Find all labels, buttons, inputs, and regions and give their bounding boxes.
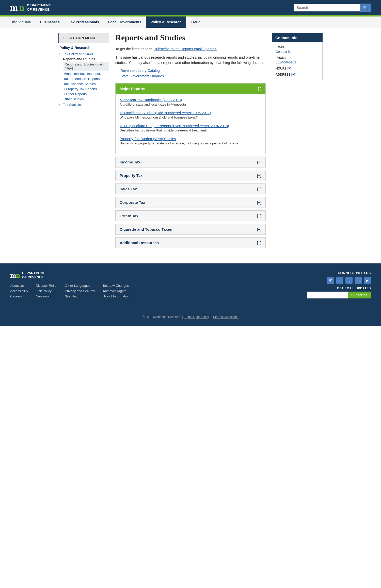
social-youtube-icon[interactable]: ▶	[364, 277, 371, 284]
sales-tax-toggle[interactable]: [+]	[257, 187, 262, 191]
hours-toggle[interactable]: [+]	[288, 67, 291, 70]
sidebar-sub-link-main-page[interactable]: Reports and Studies (main page)	[64, 62, 109, 71]
contact-form-link[interactable]: Contact form	[276, 50, 294, 54]
footer-link-use-info[interactable]: Use of Information	[103, 294, 130, 298]
sidebar-sub-link-other-studies[interactable]: Other Studies	[64, 97, 84, 101]
state-mn-link[interactable]: State of Minnesota	[213, 315, 239, 319]
sales-tax-label: Sales Tax	[120, 187, 137, 191]
report-link-handbooks[interactable]: Minnesota Tax Handbooks (2000-2018)	[120, 98, 182, 102]
sidebar-sub-item-other-studies[interactable]: Other Studies	[64, 96, 109, 102]
footer-link-site-help[interactable]: Site Help	[65, 294, 95, 298]
sidebar-sub-item-property-tax[interactable]: Property Tax Reports	[64, 86, 109, 91]
footer-col1: About Us Accessibility Careers	[10, 284, 28, 300]
footer-link-careers[interactable]: Careers	[10, 294, 28, 298]
footer-link-other-languages[interactable]: Other Languages	[65, 284, 95, 288]
major-reports-toggle[interactable]: [-]	[258, 87, 261, 91]
sidebar-sub-link-incidence[interactable]: Tax Incidence Studies	[64, 82, 96, 86]
sales-tax-header[interactable]: Sales Tax [+]	[116, 184, 265, 194]
social-linkedin-icon[interactable]: in	[355, 277, 362, 284]
sidebar-nav: Tax Policy and Laws Reports and Studies …	[58, 51, 109, 107]
sidebar-sub-item-incidence[interactable]: Tax Incidence Studies	[64, 81, 109, 86]
sidebar-sub-link-handbooks[interactable]: Minnesota Tax Handbooks	[64, 72, 102, 76]
major-reports-header[interactable]: Major Reports [-]	[116, 83, 265, 94]
sidebar-sub-link-expenditure[interactable]: Tax Expenditure Reports	[64, 77, 100, 81]
corporate-tax-section: Corporate Tax [+]	[115, 197, 266, 208]
nav-link-policy-research[interactable]: Policy & Research	[146, 16, 186, 28]
address-toggle[interactable]: [+]	[291, 73, 295, 76]
email-label: EMAIL	[276, 45, 319, 49]
phone-label: PHONE	[276, 56, 319, 60]
sidebar-sub-link-property-tax[interactable]: Property Tax Reports	[66, 87, 97, 91]
sidebar-item-tax-statistics[interactable]: Tax Statistics	[58, 102, 109, 107]
sidebar-link-tax-policy[interactable]: Tax Policy and Laws	[61, 52, 93, 56]
nav-item-fraud[interactable]: Fraud	[186, 16, 205, 28]
search-button[interactable]: 🔍	[360, 4, 371, 12]
sidebar-item-reports-studies[interactable]: Reports and Studies Reports and Studies …	[58, 56, 109, 102]
estate-tax-header[interactable]: Estate Tax [+]	[116, 211, 265, 221]
footer-link-newsroom[interactable]: Newsroom	[36, 294, 57, 298]
social-facebook-icon[interactable]: f	[336, 277, 343, 284]
phone-link[interactable]: 651-556-6153	[276, 60, 296, 64]
nav-item-individuals[interactable]: Individuals	[8, 16, 35, 28]
nav-link-local-governments[interactable]: Local Governments	[104, 16, 146, 28]
sidebar-sub-item-main-page[interactable]: Reports and Studies (main page)	[64, 61, 109, 71]
sidebar-link-tax-statistics[interactable]: Tax Statistics	[61, 103, 82, 107]
corporate-tax-header[interactable]: Corporate Tax [+]	[116, 197, 265, 208]
equal-opp-link[interactable]: Equal Opportunity	[184, 315, 209, 319]
additional-resources-toggle[interactable]: [+]	[257, 241, 262, 245]
connect-title: CONNECT WITH US	[307, 271, 371, 275]
sidebar-item-tax-policy[interactable]: Tax Policy and Laws	[58, 51, 109, 56]
back-arrow-icon[interactable]: ←	[62, 36, 67, 40]
report-link-expenditure[interactable]: Tax Expenditure Budget Reports (Even-Num…	[120, 124, 229, 128]
estate-tax-section: Estate Tax [+]	[115, 210, 266, 221]
additional-resources-section: Additional Resources [+]	[115, 237, 266, 248]
nav-link-tax-professionals[interactable]: Tax Professionals	[64, 16, 104, 28]
property-tax-header[interactable]: Property Tax [+]	[116, 170, 265, 181]
nav-link-individuals[interactable]: Individuals	[8, 16, 35, 28]
nav-item-local-governments[interactable]: Local Governments	[104, 16, 146, 28]
income-tax-toggle[interactable]: [+]	[257, 160, 262, 164]
footer-link-taxpayer-rights[interactable]: Taxpayer Rights	[103, 289, 130, 293]
social-twitter-icon[interactable]: t	[345, 277, 353, 284]
logo-m: m	[10, 3, 18, 12]
contact-body: EMAIL Contact form PHONE 651-556-6153 HO…	[272, 42, 323, 80]
library-links: Revenue Library Catalog State Government…	[120, 69, 266, 78]
income-tax-section: Income Tax [+]	[115, 157, 266, 167]
state-gov-libraries-link[interactable]: State Government Libraries	[120, 74, 266, 78]
property-tax-label: Property Tax	[120, 173, 143, 178]
footer-link-tax-law[interactable]: Tax Law Changes	[103, 284, 130, 288]
contact-header: Contact Info	[272, 33, 323, 42]
report-link-incidence[interactable]: Tax Incidence Studies (Odd-Numbered Year…	[120, 111, 211, 115]
corporate-tax-toggle[interactable]: [+]	[257, 200, 262, 205]
nav-item-businesses[interactable]: Businesses	[35, 16, 64, 28]
subscribe-button[interactable]: Subscribe	[348, 292, 371, 298]
additional-resources-header[interactable]: Additional Resources [+]	[116, 238, 265, 248]
sidebar-sub-item-handbooks[interactable]: Minnesota Tax Handbooks	[64, 71, 109, 76]
footer-link-disaster[interactable]: Disaster Relief	[36, 284, 57, 288]
income-tax-header[interactable]: Income Tax [+]	[116, 157, 265, 167]
sidebar-sub-link-other-reports[interactable]: Other Reports	[66, 92, 87, 96]
nav-link-fraud[interactable]: Fraud	[186, 16, 205, 28]
footer-link-link-policy[interactable]: Link Policy	[36, 289, 57, 293]
sidebar-link-reports-studies[interactable]: Reports and Studies	[61, 57, 95, 61]
property-tax-toggle[interactable]: [+]	[257, 174, 262, 178]
report-link-voss[interactable]: Property Tax Burden (Voss) Studies	[120, 137, 176, 141]
copyright-text: © 2018 Minnesota Revenue	[142, 315, 180, 319]
report-item-voss: Property Tax Burden (Voss) Studies Homeo…	[120, 137, 261, 145]
email-updates-link[interactable]: subscribe to the Reports email updates.	[154, 47, 217, 51]
cigarette-tax-toggle[interactable]: [+]	[257, 227, 262, 231]
footer-link-privacy[interactable]: Privacy and Security	[65, 289, 95, 293]
nav-item-policy-research[interactable]: Policy & Research	[146, 16, 186, 28]
sidebar-sub-item-expenditure[interactable]: Tax Expenditure Reports	[64, 76, 109, 81]
search-input[interactable]	[294, 4, 360, 11]
nav-item-tax-professionals[interactable]: Tax Professionals	[64, 16, 104, 28]
nav-link-businesses[interactable]: Businesses	[35, 16, 64, 28]
footer-link-accessibility[interactable]: Accessibility	[10, 289, 28, 293]
social-email-icon[interactable]: ✉	[327, 277, 334, 284]
sidebar-sub-item-other-reports[interactable]: Other Reports	[64, 91, 109, 96]
revenue-library-link[interactable]: Revenue Library Catalog	[120, 69, 266, 73]
footer-email-input[interactable]	[307, 292, 348, 298]
footer-link-about[interactable]: About Us	[10, 284, 28, 288]
cigarette-tax-header[interactable]: Cigarette and Tobacco Taxes [+]	[116, 224, 265, 234]
estate-tax-toggle[interactable]: [+]	[257, 214, 262, 218]
